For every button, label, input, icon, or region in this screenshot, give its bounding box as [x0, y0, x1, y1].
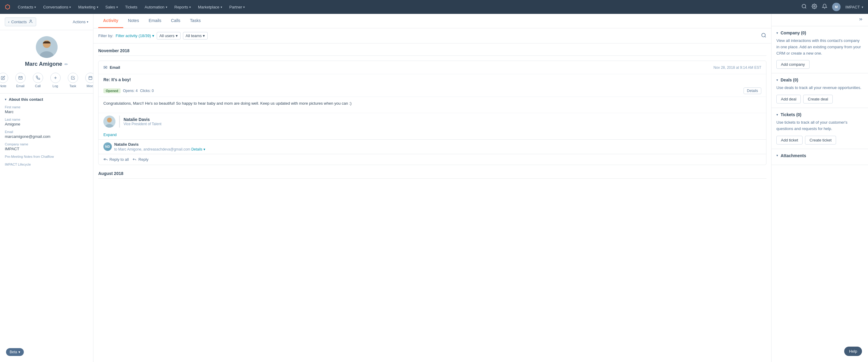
- company-name-field: Company name IMPACT: [5, 142, 88, 151]
- nav-marketing[interactable]: Marketing ▾: [75, 3, 101, 11]
- nav-partner[interactable]: Partner ▾: [226, 3, 248, 11]
- reply-sender-name: Natalie Davis: [114, 142, 205, 147]
- call-action[interactable]: Call: [30, 71, 46, 90]
- beta-chevron-icon: ▾: [19, 350, 20, 354]
- beta-badge[interactable]: Beta ▾: [6, 348, 24, 356]
- nav-reports[interactable]: Reports ▾: [172, 3, 194, 11]
- about-chevron-icon: ▾: [5, 98, 6, 101]
- email-action-icon: [16, 73, 26, 83]
- note-icon: [0, 73, 8, 83]
- teams-filter-dropdown[interactable]: All teams ▾: [183, 32, 208, 39]
- svg-point-14: [762, 33, 765, 37]
- reply-details-link[interactable]: Details ▾: [191, 147, 205, 151]
- nav-sales-chevron: ▾: [116, 5, 118, 9]
- tickets-chevron-icon: ▾: [776, 113, 778, 117]
- deals-section-header[interactable]: ▾ Deals (0): [776, 78, 863, 82]
- filter-bar: Filter by: Filter activity (18/39) ▾ All…: [93, 28, 771, 44]
- svg-point-17: [107, 118, 112, 122]
- svg-point-3: [30, 20, 31, 21]
- nav-partner-chevron: ▾: [243, 5, 245, 9]
- sig-divider: [119, 115, 120, 128]
- nav-account-chevron: ▾: [862, 5, 863, 9]
- nav-conversations[interactable]: Conversations ▾: [40, 3, 74, 11]
- deals-section-title: Deals (0): [781, 78, 798, 82]
- company-section-body: View all interactions with this contact'…: [776, 38, 863, 56]
- expand-button[interactable]: Expand: [98, 130, 766, 139]
- tickets-section-body: Use tickets to track all of your custome…: [776, 119, 863, 132]
- sender-title: Vice President of Talent: [124, 122, 161, 126]
- contact-name: Marc Amigone: [25, 61, 62, 67]
- breadcrumb-contacts[interactable]: ‹ Contacts: [5, 18, 36, 26]
- task-action[interactable]: Task: [65, 71, 81, 90]
- actions-button[interactable]: Actions ▾: [73, 20, 88, 24]
- reply-to-all-button[interactable]: Reply to all: [103, 157, 129, 162]
- task-icon: [68, 73, 78, 83]
- activity-filter-button[interactable]: Filter activity (18/39) ▾: [116, 33, 154, 38]
- tickets-section-header[interactable]: ▾ Tickets (0): [776, 112, 863, 117]
- nav-conversations-chevron: ▾: [69, 5, 71, 9]
- notifications-icon[interactable]: [822, 4, 827, 10]
- pre-meeting-notes-field: Pre-Meeting Notes from Chatflow: [5, 155, 88, 159]
- about-header[interactable]: ▾ About this contact: [5, 97, 88, 102]
- attachments-section-header[interactable]: ▾ Attachments: [776, 153, 863, 158]
- tab-notes[interactable]: Notes: [123, 14, 144, 28]
- create-ticket-button[interactable]: Create ticket: [805, 136, 836, 144]
- attachments-section-title: Attachments: [781, 153, 806, 158]
- nav-avatar[interactable]: M: [832, 3, 841, 11]
- tab-emails[interactable]: Emails: [144, 14, 166, 28]
- contact-avatar-section: Marc Amigone ✏ Note Email: [0, 30, 93, 93]
- svg-point-2: [814, 6, 815, 7]
- contact-avatar: [36, 36, 58, 58]
- nav-logo: ⬡: [5, 3, 10, 10]
- add-ticket-button[interactable]: Add ticket: [776, 136, 803, 144]
- email-action[interactable]: Email: [12, 71, 29, 90]
- nav-sales[interactable]: Sales ▾: [102, 3, 121, 11]
- reply-section: ND Natalie Davis to Marc Amigone, andrea…: [98, 139, 766, 154]
- clicks-stat: Clicks: 0: [140, 89, 154, 93]
- opened-badge: Opened: [103, 88, 121, 93]
- action-footer: Reply to all Reply: [98, 154, 766, 165]
- nav-automation-chevron: ▾: [166, 5, 167, 9]
- opens-stat: Opens: 4: [123, 89, 138, 93]
- log-icon: [50, 73, 61, 83]
- nav-contacts[interactable]: Contacts ▾: [15, 3, 39, 11]
- nav-reports-chevron: ▾: [189, 5, 191, 9]
- add-company-button[interactable]: Add company: [776, 60, 809, 69]
- nav-marketplace-chevron: ▾: [221, 5, 222, 9]
- edit-name-icon[interactable]: ✏: [64, 62, 68, 67]
- activity-search-icon[interactable]: [761, 33, 767, 39]
- nav-marketplace[interactable]: Marketplace ▾: [195, 3, 225, 11]
- breadcrumb-back-icon: ‹: [8, 20, 9, 24]
- help-button[interactable]: Help: [844, 346, 862, 356]
- email-envelope-icon: ✉: [103, 64, 107, 70]
- breadcrumb-person-icon: [29, 19, 33, 24]
- users-filter-dropdown[interactable]: All users ▾: [157, 32, 181, 39]
- add-deal-button[interactable]: Add deal: [776, 95, 801, 104]
- nav-automation[interactable]: Automation ▾: [142, 3, 170, 11]
- search-icon[interactable]: [801, 4, 807, 10]
- month-november-2018: November 2018: [98, 48, 767, 56]
- lifecycle-field: IMPACT Lifecycle: [5, 163, 88, 167]
- sender-avatar: [103, 115, 116, 128]
- note-action[interactable]: Note: [0, 71, 11, 90]
- collapse-sidebar-button[interactable]: [858, 17, 863, 23]
- sidebar-top-bar: ‹ Contacts Actions ▾: [0, 14, 93, 30]
- sender-name: Natalie Davis: [124, 117, 161, 122]
- right-sidebar: ▾ Company (0) View all interactions with…: [772, 14, 868, 362]
- settings-icon[interactable]: [812, 4, 817, 10]
- nav-tickets[interactable]: Tickets: [122, 3, 141, 11]
- email-stats: Opened Opens: 4 Clicks: 0 Details: [98, 85, 766, 97]
- log-action[interactable]: Log: [47, 71, 64, 90]
- tab-tasks[interactable]: Tasks: [185, 14, 206, 28]
- tab-calls[interactable]: Calls: [166, 14, 185, 28]
- reply-button[interactable]: Reply: [132, 157, 148, 162]
- company-section-header[interactable]: ▾ Company (0): [776, 30, 863, 35]
- deals-chevron-icon: ▾: [776, 78, 778, 82]
- email-details-button[interactable]: Details: [744, 87, 761, 94]
- create-deal-button[interactable]: Create deal: [803, 95, 832, 104]
- tab-activity[interactable]: Activity: [98, 14, 123, 28]
- meet-action[interactable]: Meet: [82, 71, 94, 90]
- deals-section-body: Use deals to track all your revenue oppo…: [776, 85, 863, 91]
- actions-chevron: ▾: [87, 20, 88, 24]
- nav-account[interactable]: IMPACT ▾: [845, 5, 863, 9]
